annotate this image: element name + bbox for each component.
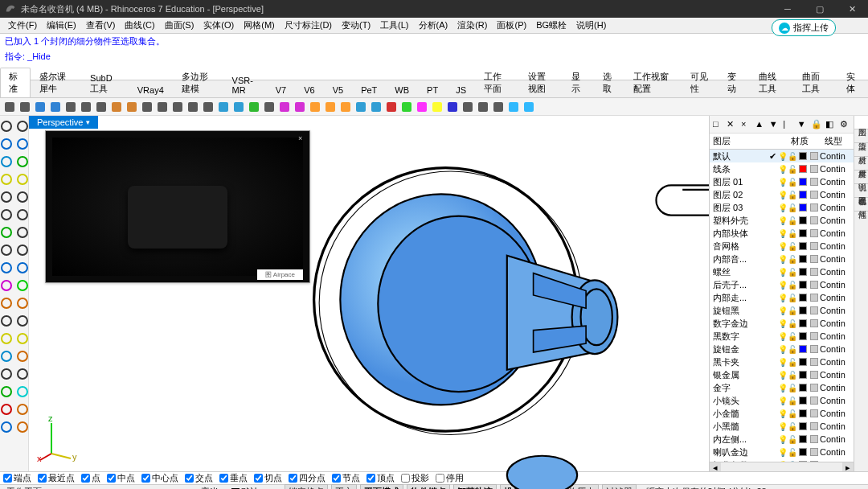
palette-tool[interactable] xyxy=(0,155,13,168)
menu-item[interactable]: 网格(M) xyxy=(239,18,280,33)
toolbar-button[interactable] xyxy=(34,101,47,113)
layer-color-swatch[interactable] xyxy=(799,397,807,405)
layer-material-swatch[interactable] xyxy=(810,319,818,327)
layer-color-swatch[interactable] xyxy=(799,358,807,366)
layer-lock-icon[interactable]: 🔓 xyxy=(788,397,797,405)
toolbar-button[interactable] xyxy=(385,101,398,113)
layer-linetype[interactable]: Contin xyxy=(820,306,852,315)
layer-material-swatch[interactable] xyxy=(810,268,818,276)
layer-lock-icon[interactable]: 🔓 xyxy=(788,345,797,354)
layer-lock-icon[interactable]: 🔓 xyxy=(788,409,797,418)
layer-linetype[interactable]: Contin xyxy=(820,267,852,277)
viewport-label[interactable]: Perspective▾ xyxy=(29,116,98,129)
toolbar-tab[interactable]: 多边形建模 xyxy=(173,68,223,97)
layer-visible-icon[interactable]: 💡 xyxy=(778,242,788,251)
palette-tool[interactable] xyxy=(16,138,29,150)
layer-material-swatch[interactable] xyxy=(810,229,818,237)
menu-item[interactable]: 查看(V) xyxy=(81,18,121,33)
layer-color-swatch[interactable] xyxy=(799,281,807,289)
layer-material-swatch[interactable] xyxy=(810,294,818,302)
layer-linetype[interactable]: Contin xyxy=(820,216,852,225)
toolbar-button[interactable] xyxy=(446,101,459,113)
toolbar-tab[interactable]: VSR-MR xyxy=(223,72,267,97)
layer-visible-icon[interactable]: 💡 xyxy=(778,319,788,328)
toolbar-button[interactable] xyxy=(64,101,77,113)
layer-row[interactable]: 内左侧...💡🔓Contin xyxy=(710,433,854,446)
layer-color-swatch[interactable] xyxy=(799,422,807,430)
layer-lock-icon[interactable]: 🔓 xyxy=(788,178,797,187)
menu-item[interactable]: 编辑(E) xyxy=(42,18,81,33)
layer-visible-icon[interactable]: 💡 xyxy=(778,345,788,354)
dock-tab[interactable]: 说明 xyxy=(854,171,868,184)
palette-tool[interactable] xyxy=(0,261,13,274)
layer-linetype[interactable]: Contin xyxy=(820,344,852,354)
toolbar-button[interactable] xyxy=(110,101,123,113)
layer-linetype[interactable]: Contin xyxy=(820,190,852,199)
toolbar-button[interactable] xyxy=(370,101,383,113)
layer-visible-icon[interactable]: 💡 xyxy=(778,448,788,457)
palette-tool[interactable] xyxy=(16,261,29,274)
palette-tool[interactable] xyxy=(16,332,29,345)
toolbar-tab[interactable]: 曲线工具 xyxy=(750,68,794,97)
palette-tool[interactable] xyxy=(0,120,13,133)
layer-visible-icon[interactable]: 💡 xyxy=(778,332,788,341)
layer-lock-icon[interactable]: 🔓 xyxy=(788,242,797,251)
layer-color-swatch[interactable] xyxy=(799,255,807,263)
layer-material-swatch[interactable] xyxy=(810,448,818,456)
layer-row[interactable]: 图层 03💡🔓Contin xyxy=(710,201,854,214)
layer-material-swatch[interactable] xyxy=(810,203,818,212)
dock-tab[interactable]: 已命名视图 xyxy=(854,184,868,198)
layer-row[interactable]: 小金髓💡🔓Contin xyxy=(710,407,854,420)
layer-linetype[interactable]: Contin xyxy=(820,228,852,238)
layer-lock-icon[interactable]: 🔓 xyxy=(788,371,797,380)
dock-tab[interactable]: 材质 xyxy=(854,143,868,157)
layer-color-swatch[interactable] xyxy=(799,229,807,237)
palette-tool[interactable] xyxy=(16,226,29,239)
layer-row[interactable]: 内部块体💡🔓Contin xyxy=(710,227,854,240)
layer-lock-icon[interactable]: 🔓 xyxy=(788,319,797,328)
toolbar-button[interactable] xyxy=(141,101,154,113)
layer-visible-icon[interactable]: 💡 xyxy=(778,152,788,161)
minimize-button[interactable]: ─ xyxy=(772,0,804,18)
toolbar-tab[interactable]: V5 xyxy=(324,82,352,97)
layer-tool-button[interactable]: ▼ xyxy=(769,119,780,130)
layer-material-swatch[interactable] xyxy=(810,345,818,353)
palette-tool[interactable] xyxy=(0,138,13,150)
layer-lock-icon[interactable]: 🔓 xyxy=(788,216,797,225)
layer-linetype[interactable]: Contin xyxy=(820,254,852,264)
viewport[interactable]: Perspective▾ × 图 Airpace xyxy=(29,116,709,471)
menu-item[interactable]: 分析(A) xyxy=(414,18,453,33)
toolbar-tab[interactable]: 选取 xyxy=(594,68,624,97)
layer-lock-icon[interactable]: 🔓 xyxy=(788,203,797,212)
dock-tab[interactable]: 材质库 xyxy=(854,157,868,171)
layer-material-swatch[interactable] xyxy=(810,371,818,379)
toolbar-button[interactable] xyxy=(263,101,276,113)
layer-lock-icon[interactable]: 🔓 xyxy=(788,294,797,302)
layer-linetype[interactable]: Contin xyxy=(820,396,852,405)
palette-tool[interactable] xyxy=(0,385,13,398)
layer-color-swatch[interactable] xyxy=(799,191,807,199)
layer-linetype[interactable]: Contin xyxy=(820,318,852,328)
layer-tool-button[interactable]: 🔒 xyxy=(811,119,822,130)
menu-item[interactable]: 面板(P) xyxy=(492,18,531,33)
osnap-toggle[interactable]: 交点 xyxy=(185,472,213,484)
layer-visible-icon[interactable]: 💡 xyxy=(778,435,788,444)
palette-tool[interactable] xyxy=(0,279,13,292)
status-layer[interactable]: 默认 xyxy=(228,486,262,489)
toolbar-button[interactable] xyxy=(416,101,428,113)
palette-tool[interactable] xyxy=(0,191,13,203)
layer-visible-icon[interactable]: 💡 xyxy=(778,255,788,264)
cloud-upload-pill[interactable]: ☁指挥上传 xyxy=(772,19,836,36)
layer-row[interactable]: 旋钮金💡🔓Contin xyxy=(710,343,854,355)
palette-tool[interactable] xyxy=(0,314,13,327)
toolbar-button[interactable] xyxy=(400,101,413,113)
layer-material-swatch[interactable] xyxy=(810,409,818,417)
toolbar-tab[interactable]: SubD工具 xyxy=(81,70,129,97)
layer-lock-icon[interactable]: 🔓 xyxy=(788,229,797,238)
toolbar-button[interactable] xyxy=(522,101,535,113)
layer-visible-icon[interactable]: 💡 xyxy=(778,422,788,431)
palette-tool[interactable] xyxy=(0,226,13,239)
toolbar-tab[interactable]: 可见性 xyxy=(682,68,719,97)
palette-tool[interactable] xyxy=(0,403,13,416)
toolbar-tab[interactable]: V7 xyxy=(267,82,295,97)
